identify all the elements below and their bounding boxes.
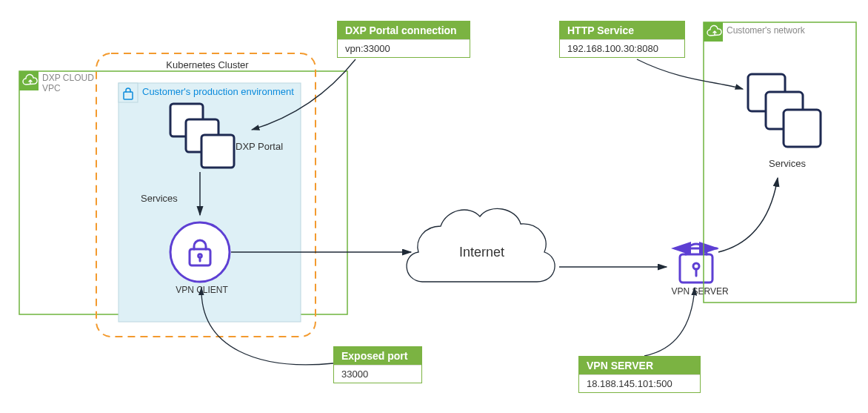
vpn-server-label: VPN SERVER	[667, 286, 733, 297]
architecture-diagram: DXP CLOUD VPC Kubernetes Cluster Custome…	[0, 0, 868, 413]
callout-portal-connection-value: vpn:33000	[338, 39, 470, 57]
customer-network-title: Customer's network	[727, 25, 852, 36]
vpc-title: DXP CLOUD VPC	[42, 73, 131, 93]
callout-portal-connection-title: DXP Portal connection	[338, 22, 470, 39]
callout-exposed-port: Exposed port 33000	[333, 346, 422, 383]
callout-http-service: HTTP Service 192.168.100.30:8080	[559, 21, 685, 58]
callout-exposed-port-value: 33000	[334, 365, 421, 383]
callout-vpn-server-title: VPN SERVER	[579, 357, 700, 374]
arrow-server-to-services	[718, 178, 778, 252]
callout-http-service-title: HTTP Service	[560, 22, 684, 39]
production-environment-title: Customer's production environment	[142, 86, 305, 97]
callout-vpn-server: VPN SERVER 18.188.145.101:500	[578, 356, 701, 393]
svg-rect-8	[201, 135, 234, 168]
svg-rect-18	[784, 110, 821, 147]
services-right-node: Services	[748, 74, 821, 173]
callout-vpn-server-value: 18.188.145.101:500	[579, 374, 700, 392]
dxp-portal-label: DXP Portal	[236, 141, 295, 152]
services-left-label: Services	[141, 193, 193, 204]
callout-exposed-port-title: Exposed port	[334, 347, 421, 365]
callout-portal-connection: DXP Portal connection vpn:33000	[337, 21, 470, 58]
vpn-server-node: VPN SERVER	[667, 244, 733, 301]
callout-arrow-http-service	[637, 59, 743, 89]
callout-http-service-value: 192.168.100.30:8080	[560, 39, 684, 57]
internet-label: Internet	[459, 245, 526, 260]
internet-node: Internet	[407, 208, 555, 282]
kubernetes-cluster-title: Kubernetes Cluster	[133, 59, 281, 70]
svg-point-9	[170, 222, 230, 282]
services-right-label: Services	[761, 158, 813, 169]
